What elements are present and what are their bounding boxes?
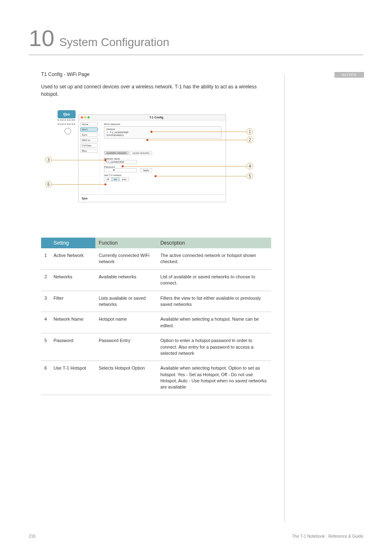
page-number: 216 <box>29 534 36 539</box>
callout-line-3 <box>52 160 104 160</box>
traffic-lights[interactable] <box>81 116 90 118</box>
doc-title: The T-1 Notebook : Reference & Guide <box>292 534 363 539</box>
callout-1: 1 <box>247 128 253 135</box>
wifi-network-list: Hotspot ✓T-1_1234567890 SYNTHDAWG1 <box>104 126 221 139</box>
table-row: 1 Active Network Currently connected WiF… <box>41 248 271 269</box>
row-num: 4 <box>41 312 50 333</box>
network-name-input[interactable]: T-1_1234567890 <box>104 160 137 164</box>
sidebar-item-misc[interactable]: Misc <box>80 149 98 153</box>
table-row: 3 Filter Lists available or saved networ… <box>41 291 271 312</box>
hotspot-off-button[interactable]: off <box>104 177 112 181</box>
hotspot-toggle: offonauto <box>104 177 221 181</box>
th-function: Function <box>95 238 157 248</box>
callout-dot-2 <box>146 139 148 141</box>
callout-4: 4 <box>247 163 253 169</box>
callout-6: 6 <box>45 181 52 187</box>
notes-divider <box>284 74 364 522</box>
page-footer: 216 The T-1 Notebook : Reference & Guide <box>29 534 363 539</box>
device-knobs <box>58 119 76 127</box>
wifi-networks-label: Wi-Fi networks <box>104 123 221 125</box>
sidebar-item-midi[interactable]: MIDI I/o <box>80 138 98 142</box>
hotspot-label: Hotspot <box>106 128 219 130</box>
chapter-title: System Configuration <box>59 36 169 49</box>
active-network-name: T-1_1234567890 <box>110 131 128 134</box>
table-row: 4 Network Name Hotspot name Available wh… <box>41 312 271 333</box>
window-footer-logo: t|so <box>78 194 226 202</box>
device-logo: t|so <box>58 110 76 118</box>
row-function: Selects Hotspot Option <box>95 361 157 395</box>
callout-line-5 <box>156 176 247 176</box>
row-description: The active connected network or hotspot … <box>157 248 271 269</box>
th-description: Description <box>157 238 271 248</box>
row-setting: Active Network <box>50 248 95 269</box>
filter-saved-button[interactable]: saved networks <box>130 151 152 155</box>
section-intro: Used to set up and connect devices over … <box>41 83 271 98</box>
th-setting: Setting <box>50 238 95 248</box>
hotspot-on-button[interactable]: on <box>112 177 120 181</box>
row-description: List of available or saved networks to c… <box>157 269 271 291</box>
row-setting: Networks <box>50 269 95 291</box>
row-function: Lists available or saved networks <box>95 291 157 312</box>
minimize-icon[interactable] <box>84 116 86 118</box>
callout-3: 3 <box>45 157 52 163</box>
sidebar-item-wifi[interactable]: Wi-Fi <box>80 127 98 132</box>
hotspot-auto-button[interactable]: auto <box>119 177 129 181</box>
window-titlebar: T-1 Config <box>78 115 226 120</box>
table-row: 6 Use T-1 Hotspot Selects Hotspot Option… <box>41 361 271 395</box>
apply-button[interactable]: Apply <box>140 168 152 172</box>
row-function: Password Entry <box>95 333 157 361</box>
row-description: Available when selecting a hotspot. Name… <box>157 312 271 333</box>
callout-line-2 <box>148 140 247 140</box>
row-description: Available when selecting hotspot. Option… <box>157 361 271 395</box>
row-setting: Password <box>50 333 95 361</box>
row-num: 6 <box>41 361 50 395</box>
sidebar-item-cvgate[interactable]: CV/Gate <box>80 143 98 148</box>
callout-2: 2 <box>247 136 253 143</box>
callout-dot-1 <box>150 131 152 133</box>
callout-dot-3 <box>104 159 106 161</box>
sidebar-item-sync[interactable]: Sync <box>80 133 98 137</box>
sidebar-item-home[interactable]: Home <box>80 122 98 126</box>
chapter-header: 10 System Configuration <box>29 25 363 55</box>
password-input[interactable]: 👁 <box>104 168 137 172</box>
row-num: 1 <box>41 248 50 269</box>
row-num: 3 <box>41 291 50 312</box>
callout-5: 5 <box>247 173 253 179</box>
device-icon: t|so <box>58 110 78 134</box>
callout-dot-5 <box>154 175 157 177</box>
check-icon: ✓ <box>106 131 108 134</box>
network-row[interactable]: SYNTHDAWG1 <box>106 134 219 136</box>
table-row: 2 Networks Available networks List of av… <box>41 269 271 291</box>
window-title: T-1 Config <box>90 116 223 119</box>
th-blank <box>41 238 50 248</box>
filter-available-button[interactable]: available networks <box>104 151 129 155</box>
settings-table: Setting Function Description 1 Active Ne… <box>41 238 271 395</box>
row-num: 2 <box>41 269 50 291</box>
callout-dot-6 <box>104 183 106 185</box>
table-row: 5 Password Password Entry Option to ente… <box>41 333 271 361</box>
config-sidebar: Home Wi-Fi Sync MIDI I/o CV/Gate Misc <box>78 120 100 194</box>
row-function: Available networks <box>95 269 157 291</box>
row-setting: Network Name <box>50 312 95 333</box>
row-num: 5 <box>41 333 50 361</box>
close-icon[interactable] <box>81 116 83 118</box>
callout-line-1 <box>152 132 247 132</box>
chapter-number: 10 <box>29 25 54 51</box>
config-window: T-1 Config Home Wi-Fi Sync MIDI I/o CV/G… <box>78 114 226 202</box>
callout-line-6 <box>52 184 104 185</box>
section-title: T1 Config - WiFi Page <box>41 72 271 77</box>
config-figure: t|so T-1 Config <box>29 110 271 205</box>
row-description: Option to enter a hotspot password in or… <box>157 333 271 361</box>
filter-buttons: available networks saved networks <box>104 151 221 155</box>
row-function: Hotspot name <box>95 312 157 333</box>
row-setting: Filter <box>50 291 95 312</box>
row-setting: Use T-1 Hotspot <box>50 361 95 395</box>
network-name: SYNTHDAWG1 <box>106 134 124 136</box>
row-function: Currently connected WiFi network <box>95 248 157 269</box>
row-description: Filters the view to list either availabl… <box>157 291 271 312</box>
device-encoder <box>65 128 71 134</box>
callout-dot-4 <box>122 165 124 167</box>
callout-line-4 <box>123 166 247 166</box>
